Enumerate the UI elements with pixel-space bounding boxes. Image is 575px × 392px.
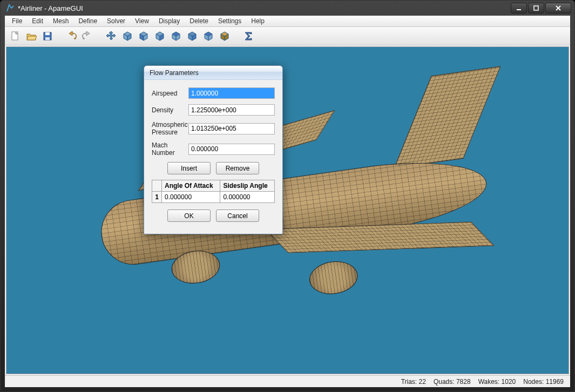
insert-button[interactable]: Insert	[167, 162, 211, 174]
status-trias: Trias: 22	[401, 378, 426, 386]
view-right-icon[interactable]	[185, 29, 199, 43]
menubar: File Edit Mesh Define Solver View Displa…	[5, 16, 570, 27]
mach-input[interactable]	[188, 144, 275, 155]
menu-solver[interactable]: Solver	[102, 16, 130, 26]
svg-rect-7	[45, 32, 50, 35]
table-header-sideslip[interactable]: Sideslip Angle	[220, 180, 275, 192]
menu-display[interactable]: Display	[154, 16, 185, 26]
dialog-title: Flow Parameters	[150, 69, 199, 77]
menu-delete[interactable]: Delete	[185, 16, 213, 26]
angles-table[interactable]: Angle Of Attack Sideslip Angle 1 0.00000…	[152, 180, 275, 203]
window-title: *Airliner - ApameGUI	[18, 4, 511, 12]
svg-rect-8	[45, 37, 50, 40]
table-rownum: 1	[152, 192, 162, 203]
toolbar	[5, 27, 570, 45]
table-header-aoa[interactable]: Angle Of Attack	[162, 180, 220, 192]
titlebar[interactable]: *Airliner - ApameGUI	[1, 1, 574, 16]
airspeed-label: Airspeed	[152, 90, 188, 97]
redo-icon[interactable]	[80, 29, 94, 43]
menu-settings[interactable]: Settings	[213, 16, 246, 26]
aircraft-mesh	[70, 104, 527, 305]
open-file-icon[interactable]	[24, 29, 38, 43]
remove-button[interactable]: Remove	[216, 162, 259, 174]
view-left-icon[interactable]	[169, 29, 183, 43]
status-quads: Quads: 7828	[434, 378, 471, 386]
cancel-button[interactable]: Cancel	[216, 209, 259, 222]
airspeed-input[interactable]	[188, 87, 275, 99]
density-input[interactable]	[188, 104, 275, 116]
mach-label: Mach Number	[152, 141, 188, 157]
pressure-input[interactable]	[188, 123, 275, 134]
view-top-icon[interactable]	[201, 29, 215, 43]
ok-button[interactable]: OK	[167, 209, 211, 222]
menu-edit[interactable]: Edit	[27, 16, 48, 26]
maximize-button[interactable]	[528, 3, 544, 13]
svg-rect-1	[534, 6, 538, 10]
statusbar: Trias: 22 Quads: 7828 Wakes: 1020 Nodes:…	[5, 375, 570, 387]
flow-parameters-dialog: Flow Parameters Airspeed Density Atmosph…	[144, 65, 283, 234]
view-bottom-icon[interactable]	[218, 29, 232, 43]
menu-file[interactable]: File	[7, 16, 27, 26]
dialog-titlebar[interactable]: Flow Parameters	[144, 66, 282, 80]
status-nodes: Nodes: 11969	[523, 378, 564, 386]
viewport-3d[interactable]	[6, 46, 569, 374]
view-iso-icon[interactable]	[120, 29, 134, 43]
density-label: Density	[152, 106, 188, 114]
menu-view[interactable]: View	[130, 16, 154, 26]
main-window: *Airliner - ApameGUI File Edit Mesh Defi…	[0, 0, 575, 392]
close-button[interactable]	[545, 3, 571, 13]
menu-define[interactable]: Define	[73, 16, 102, 26]
undo-icon[interactable]	[64, 29, 78, 43]
app-icon	[6, 4, 15, 12]
menu-help[interactable]: Help	[246, 16, 269, 26]
view-back-icon[interactable]	[153, 29, 167, 43]
menu-mesh[interactable]: Mesh	[48, 16, 73, 26]
status-wakes: Wakes: 1020	[478, 378, 516, 386]
move-icon[interactable]	[104, 29, 118, 43]
table-cell-sideslip[interactable]: 0.000000	[220, 192, 275, 203]
new-file-icon[interactable]	[8, 29, 22, 43]
save-file-icon[interactable]	[40, 29, 55, 43]
client-area: File Edit Mesh Define Solver View Displa…	[5, 16, 570, 387]
table-row[interactable]: 1 0.000000 0.000000	[152, 192, 275, 203]
table-corner	[152, 180, 162, 192]
view-front-icon[interactable]	[137, 29, 151, 43]
minimize-button[interactable]	[511, 3, 527, 13]
sigma-icon[interactable]	[241, 29, 255, 43]
pressure-label: Atmospheric Pressure	[152, 121, 188, 136]
table-cell-aoa[interactable]: 0.000000	[162, 192, 220, 203]
